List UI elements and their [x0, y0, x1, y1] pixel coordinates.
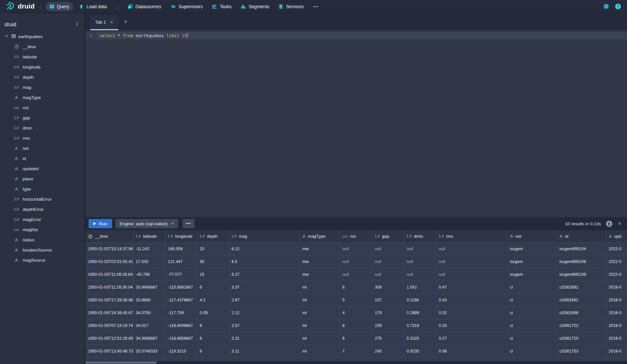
cell[interactable]: 179 — [372, 307, 404, 319]
sidebar-column-gap[interactable]: 1.0gap — [0, 113, 84, 123]
engine-select[interactable]: Engine: auto (sql-native) — [115, 219, 178, 228]
cell[interactable]: 0.7318 — [404, 319, 436, 332]
cell[interactable]: ci3361720 — [557, 332, 606, 345]
cell[interactable]: ml — [300, 319, 340, 332]
cell[interactable]: 4.2 — [197, 294, 229, 307]
sidebar-column-locationSource[interactable]: AlocationSource — [0, 245, 84, 255]
cell[interactable]: null — [340, 243, 372, 255]
sidebar-table-earthquakes[interactable]: earthquakes — [0, 31, 84, 42]
cell[interactable]: null — [436, 243, 507, 255]
cell[interactable]: ml — [300, 294, 340, 307]
cell[interactable]: 0.09 — [197, 307, 229, 319]
cell[interactable]: ci — [507, 345, 557, 358]
nav-item-supervisors[interactable]: Supervisors — [167, 2, 207, 11]
cell[interactable]: 1950-01-05T13:45:48.730Z — [85, 345, 133, 358]
cell[interactable]: 0.27 — [436, 332, 507, 345]
cell[interactable]: ci — [507, 294, 557, 307]
cell[interactable]: 2.31 — [229, 332, 300, 345]
nav-item-[interactable] — [309, 2, 322, 11]
cell[interactable]: null — [340, 255, 372, 268]
sidebar-column-depth[interactable]: 1.0depth — [0, 72, 84, 82]
cell[interactable]: mw — [300, 268, 340, 281]
sidebar-column-dmin[interactable]: 1.0dmin — [0, 123, 84, 133]
cell[interactable]: 3.37 — [229, 281, 300, 294]
cell[interactable]: 239 — [372, 319, 404, 332]
cell[interactable]: 2016-0 — [606, 319, 627, 332]
cell[interactable]: iscgem — [507, 255, 557, 268]
nav-item-query[interactable]: Query — [46, 2, 73, 11]
cell[interactable]: null — [404, 243, 436, 255]
cell[interactable]: 0.47 — [436, 281, 507, 294]
nav-item-load-data[interactable]: Load data — [75, 2, 111, 11]
cell[interactable]: 34.3586667 — [133, 332, 165, 345]
chevron-down-icon[interactable] — [4, 34, 9, 39]
help-icon[interactable]: ? — [615, 3, 621, 10]
cell[interactable]: mw — [300, 243, 340, 255]
cell[interactable]: 0.32 — [436, 307, 507, 319]
cell[interactable]: 1950-01-03T11:06:28.640Z — [85, 268, 133, 281]
column-header-gap[interactable]: 1.0gap — [372, 230, 404, 243]
cell[interactable]: 2.67 — [229, 294, 300, 307]
cell[interactable]: 1950-01-05T12:51:29.690Z — [85, 332, 133, 345]
cell[interactable]: 34.017 — [133, 319, 165, 332]
cell[interactable]: 165.006 — [165, 243, 197, 255]
column-header-upd[interactable]: Aupd — [606, 230, 627, 243]
druid-logo[interactable]: druid — [5, 1, 36, 11]
download-results-icon[interactable] — [606, 220, 613, 227]
cell[interactable]: 0.9235 — [404, 345, 436, 358]
new-tab-button[interactable]: + — [124, 18, 128, 26]
cell[interactable]: -119.3215 — [165, 345, 197, 358]
cell[interactable]: 157 — [372, 294, 404, 307]
query-more-button[interactable]: ••• — [183, 219, 194, 228]
cell[interactable]: ml — [300, 332, 340, 345]
run-button[interactable]: Run — [89, 219, 112, 228]
cell[interactable]: 0.3325 — [404, 332, 436, 345]
sidebar-column-magError[interactable]: 1.0magError — [0, 214, 84, 225]
sidebar-column-longitude[interactable]: 1.0longitude — [0, 62, 84, 72]
column-header-__time[interactable]: __time — [85, 230, 133, 243]
cell[interactable]: 245 — [372, 345, 404, 358]
column-header-longitude[interactable]: 1.0longitude — [165, 230, 197, 243]
cell[interactable]: 1950-01-03T11:26:30.040Z — [85, 281, 133, 294]
column-header-net[interactable]: Anet — [507, 230, 557, 243]
editor-active-line[interactable]: 1 select * from earthquakes limit 10 — [85, 31, 627, 39]
cell[interactable]: 6 — [197, 319, 229, 332]
cell[interactable]: 0.1168 — [404, 294, 436, 307]
cell[interactable]: null — [372, 243, 404, 255]
cell[interactable]: 6.27 — [229, 268, 300, 281]
cell[interactable]: 1950-01-04T16:38:45.670Z — [85, 307, 133, 319]
nav-item-tasks[interactable]: Tasks — [208, 2, 235, 11]
cell[interactable]: 1950-01-03T02:51:55.410Z — [85, 255, 133, 268]
cell[interactable]: 6.12 — [229, 243, 300, 255]
sidebar-column-place[interactable]: Aplace — [0, 174, 84, 184]
cell[interactable]: 2022-0 — [606, 255, 627, 268]
sidebar-column-latitude[interactable]: 1.0latitude — [0, 52, 84, 62]
cell[interactable]: ci3361692 — [557, 294, 606, 307]
cell[interactable]: 2022-0 — [606, 268, 627, 281]
cell[interactable]: -117.759 — [165, 307, 197, 319]
cell[interactable]: -11.242 — [133, 243, 165, 255]
sidebar-column-rms[interactable]: 1.0rms — [0, 133, 84, 143]
cell[interactable]: iscgem — [507, 268, 557, 281]
cell[interactable]: ci — [507, 319, 557, 332]
cell[interactable]: null — [372, 268, 404, 281]
cell[interactable]: 0.2889 — [404, 307, 436, 319]
cell[interactable]: 6.5 — [229, 255, 300, 268]
cell[interactable]: 3.11 — [229, 345, 300, 358]
cell[interactable]: 15 — [197, 268, 229, 281]
cell[interactable]: 6 — [197, 281, 229, 294]
cell[interactable]: 2016-0 — [606, 332, 627, 345]
sidebar-column-depthError[interactable]: 1.0depthError — [0, 204, 84, 214]
cell[interactable]: null — [436, 255, 507, 268]
cell[interactable]: 2022-0 — [606, 243, 627, 255]
cell[interactable]: 6 — [340, 281, 372, 294]
cell[interactable]: 5 — [340, 294, 372, 307]
cell[interactable]: 34.0755 — [133, 307, 165, 319]
cell[interactable]: 2016-0 — [606, 281, 627, 294]
cell[interactable]: ml — [300, 345, 340, 358]
cell[interactable]: ci3361698 — [557, 307, 606, 319]
cell[interactable]: 6 — [340, 332, 372, 345]
cell[interactable]: 7 — [340, 345, 372, 358]
cell[interactable]: ci — [507, 307, 557, 319]
cell[interactable]: 0.33 — [436, 319, 507, 332]
